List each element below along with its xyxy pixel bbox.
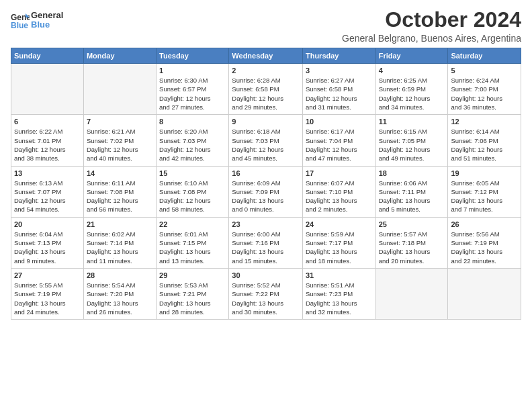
calendar-cell: 5Sunrise: 6:24 AM Sunset: 7:00 PM Daylig… — [448, 64, 521, 115]
svg-text:Blue: Blue — [11, 21, 28, 30]
day-info: Sunrise: 6:21 AM Sunset: 7:02 PM Dayligh… — [87, 127, 153, 163]
day-info: Sunrise: 5:57 AM Sunset: 7:18 PM Dayligh… — [379, 230, 445, 265]
day-number: 20 — [14, 220, 81, 228]
day-info: Sunrise: 6:20 AM Sunset: 7:03 PM Dayligh… — [159, 127, 226, 163]
day-info: Sunrise: 6:18 AM Sunset: 7:03 PM Dayligh… — [232, 127, 300, 163]
day-number: 26 — [451, 220, 518, 228]
day-number: 22 — [159, 220, 226, 228]
calendar-cell: 4Sunrise: 6:25 AM Sunset: 6:59 PM Daylig… — [375, 64, 448, 115]
calendar-week-row: 1Sunrise: 6:30 AM Sunset: 6:57 PM Daylig… — [11, 64, 521, 115]
day-info: Sunrise: 6:13 AM Sunset: 7:07 PM Dayligh… — [14, 179, 81, 214]
day-info: Sunrise: 6:27 AM Sunset: 6:58 PM Dayligh… — [306, 76, 373, 111]
calendar-cell: 10Sunrise: 6:17 AM Sunset: 7:04 PM Dayli… — [302, 115, 375, 166]
day-number: 7 — [87, 118, 153, 126]
calendar-cell: 6Sunrise: 6:22 AM Sunset: 7:01 PM Daylig… — [11, 115, 84, 166]
day-info: Sunrise: 6:28 AM Sunset: 6:58 PM Dayligh… — [232, 76, 300, 111]
day-number: 15 — [159, 169, 226, 177]
day-info: Sunrise: 6:07 AM Sunset: 7:10 PM Dayligh… — [306, 179, 373, 214]
title-block: October 2024 General Belgrano, Buenos Ai… — [342, 8, 521, 44]
day-number: 28 — [87, 271, 153, 279]
day-number: 25 — [379, 220, 445, 228]
calendar-week-row: 13Sunrise: 6:13 AM Sunset: 7:07 PM Dayli… — [11, 166, 521, 217]
day-info: Sunrise: 6:25 AM Sunset: 6:59 PM Dayligh… — [379, 76, 445, 111]
calendar-cell: 12Sunrise: 6:14 AM Sunset: 7:06 PM Dayli… — [448, 115, 521, 166]
day-info: Sunrise: 5:56 AM Sunset: 7:19 PM Dayligh… — [451, 230, 518, 265]
day-number: 2 — [232, 66, 300, 75]
day-number: 6 — [14, 118, 81, 126]
day-number: 16 — [232, 169, 300, 177]
day-number: 8 — [159, 118, 226, 126]
calendar-cell: 21Sunrise: 6:02 AM Sunset: 7:14 PM Dayli… — [83, 217, 156, 268]
calendar-cell: 26Sunrise: 5:56 AM Sunset: 7:19 PM Dayli… — [448, 217, 521, 268]
calendar-cell: 2Sunrise: 6:28 AM Sunset: 6:58 PM Daylig… — [229, 64, 303, 115]
calendar-cell: 8Sunrise: 6:20 AM Sunset: 7:03 PM Daylig… — [157, 115, 229, 166]
calendar-cell: 19Sunrise: 6:05 AM Sunset: 7:12 PM Dayli… — [448, 166, 521, 217]
calendar-cell: 14Sunrise: 6:11 AM Sunset: 7:08 PM Dayli… — [83, 166, 156, 217]
day-number: 27 — [14, 271, 81, 279]
calendar-cell: 24Sunrise: 5:59 AM Sunset: 7:17 PM Dayli… — [302, 217, 375, 268]
calendar-cell — [11, 64, 84, 115]
day-info: Sunrise: 6:02 AM Sunset: 7:14 PM Dayligh… — [87, 230, 153, 265]
calendar-cell: 16Sunrise: 6:09 AM Sunset: 7:09 PM Dayli… — [229, 166, 303, 217]
day-info: Sunrise: 5:53 AM Sunset: 7:21 PM Dayligh… — [159, 281, 226, 316]
day-number: 13 — [14, 169, 81, 177]
day-number: 9 — [232, 118, 300, 126]
calendar-header-tuesday: Tuesday — [157, 48, 229, 64]
calendar-week-row: 6Sunrise: 6:22 AM Sunset: 7:01 PM Daylig… — [11, 115, 521, 166]
day-number: 24 — [306, 220, 373, 228]
header: General Blue General Blue October 2024 G… — [11, 8, 521, 44]
calendar-header-friday: Friday — [375, 48, 448, 64]
day-info: Sunrise: 5:59 AM Sunset: 7:17 PM Dayligh… — [306, 230, 373, 265]
calendar-cell: 29Sunrise: 5:53 AM Sunset: 7:21 PM Dayli… — [157, 268, 229, 319]
day-number: 23 — [232, 220, 300, 228]
day-number: 31 — [306, 271, 373, 279]
page-subtitle: General Belgrano, Buenos Aires, Argentin… — [342, 33, 521, 44]
calendar-header-sunday: Sunday — [11, 48, 84, 64]
calendar-cell: 27Sunrise: 5:55 AM Sunset: 7:19 PM Dayli… — [11, 268, 84, 319]
calendar-header-row: SundayMondayTuesdayWednesdayThursdayFrid… — [11, 48, 521, 64]
day-info: Sunrise: 5:55 AM Sunset: 7:19 PM Dayligh… — [14, 281, 81, 316]
calendar-cell: 23Sunrise: 6:00 AM Sunset: 7:16 PM Dayli… — [229, 217, 303, 268]
logo-line1: General — [31, 11, 63, 20]
calendar-cell: 3Sunrise: 6:27 AM Sunset: 6:58 PM Daylig… — [302, 64, 375, 115]
day-info: Sunrise: 5:51 AM Sunset: 7:23 PM Dayligh… — [306, 281, 373, 316]
day-number: 10 — [306, 118, 373, 126]
calendar-cell: 30Sunrise: 5:52 AM Sunset: 7:22 PM Dayli… — [229, 268, 303, 319]
calendar-cell: 13Sunrise: 6:13 AM Sunset: 7:07 PM Dayli… — [11, 166, 84, 217]
day-info: Sunrise: 5:54 AM Sunset: 7:20 PM Dayligh… — [87, 281, 153, 316]
day-info: Sunrise: 6:05 AM Sunset: 7:12 PM Dayligh… — [451, 179, 518, 214]
calendar-cell: 15Sunrise: 6:10 AM Sunset: 7:08 PM Dayli… — [157, 166, 229, 217]
calendar-cell — [448, 268, 521, 319]
day-info: Sunrise: 6:17 AM Sunset: 7:04 PM Dayligh… — [306, 127, 373, 163]
page-title: October 2024 — [342, 8, 521, 32]
day-number: 19 — [451, 169, 518, 177]
day-info: Sunrise: 6:00 AM Sunset: 7:16 PM Dayligh… — [232, 230, 300, 265]
calendar-cell: 17Sunrise: 6:07 AM Sunset: 7:10 PM Dayli… — [302, 166, 375, 217]
calendar-cell: 9Sunrise: 6:18 AM Sunset: 7:03 PM Daylig… — [229, 115, 303, 166]
day-info: Sunrise: 6:09 AM Sunset: 7:09 PM Dayligh… — [232, 179, 300, 214]
calendar-table: SundayMondayTuesdayWednesdayThursdayFrid… — [11, 48, 521, 320]
logo-icon: General Blue — [11, 11, 30, 30]
day-info: Sunrise: 5:52 AM Sunset: 7:22 PM Dayligh… — [232, 281, 300, 316]
calendar-cell: 25Sunrise: 5:57 AM Sunset: 7:18 PM Dayli… — [375, 217, 448, 268]
calendar-cell: 11Sunrise: 6:15 AM Sunset: 7:05 PM Dayli… — [375, 115, 448, 166]
day-info: Sunrise: 6:30 AM Sunset: 6:57 PM Dayligh… — [159, 76, 226, 111]
day-number: 17 — [306, 169, 373, 177]
day-info: Sunrise: 6:11 AM Sunset: 7:08 PM Dayligh… — [87, 179, 153, 214]
day-number: 3 — [306, 66, 373, 75]
calendar-header-wednesday: Wednesday — [229, 48, 303, 64]
calendar-cell: 7Sunrise: 6:21 AM Sunset: 7:02 PM Daylig… — [83, 115, 156, 166]
calendar-header-thursday: Thursday — [302, 48, 375, 64]
calendar-cell — [375, 268, 448, 319]
day-info: Sunrise: 6:04 AM Sunset: 7:13 PM Dayligh… — [14, 230, 81, 265]
day-info: Sunrise: 6:06 AM Sunset: 7:11 PM Dayligh… — [379, 179, 445, 214]
calendar-cell: 22Sunrise: 6:01 AM Sunset: 7:15 PM Dayli… — [157, 217, 229, 268]
calendar-header-saturday: Saturday — [448, 48, 521, 64]
calendar-cell — [83, 64, 156, 115]
calendar-cell: 18Sunrise: 6:06 AM Sunset: 7:11 PM Dayli… — [375, 166, 448, 217]
day-number: 11 — [379, 118, 445, 126]
day-number: 5 — [451, 66, 518, 75]
calendar-page: General Blue General Blue October 2024 G… — [0, 0, 532, 411]
calendar-cell: 20Sunrise: 6:04 AM Sunset: 7:13 PM Dayli… — [11, 217, 84, 268]
day-info: Sunrise: 6:22 AM Sunset: 7:01 PM Dayligh… — [14, 127, 81, 163]
